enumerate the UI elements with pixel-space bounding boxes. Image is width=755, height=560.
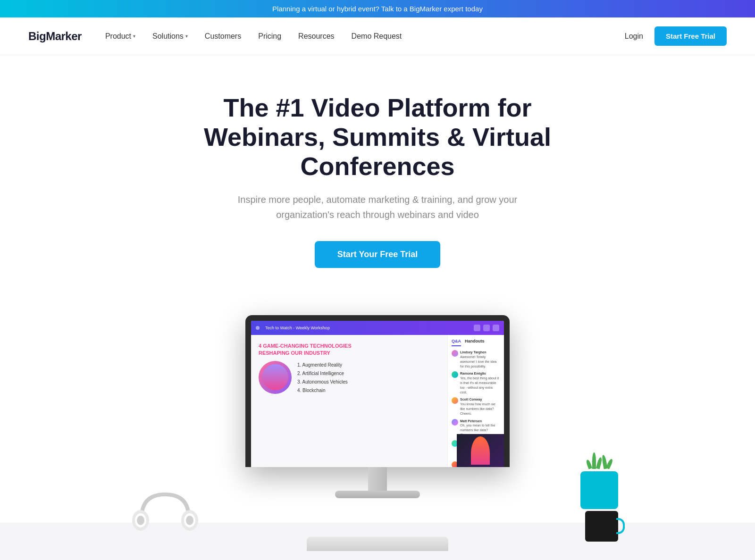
chat-name-2: Ramona Emiglio <box>460 371 500 376</box>
webinar-title: 4 GAME-CHANGING TECHNOLOGIESRESHAPING OU… <box>259 343 440 356</box>
monitor-mockup: Tech to Watch - Weekly Workshop 4 GAME-C… <box>146 315 609 498</box>
list-item-2: 2. Artificial Intelligence <box>297 369 348 378</box>
screen-icons <box>474 325 499 331</box>
logo[interactable]: BigMarker <box>28 30 82 43</box>
nav-item-product[interactable]: Product ▾ <box>105 32 135 41</box>
nav-item-resources[interactable]: Resources <box>298 32 334 41</box>
chat-message-1: Lindsey Targhen Awesome! Totally awesome… <box>452 350 500 368</box>
coffee-mug <box>585 511 618 542</box>
monitor-screen: Tech to Watch - Weekly Workshop 4 GAME-C… <box>251 321 504 467</box>
chat-message-2: Ramona Emiglio Yes, the best thing about… <box>452 371 500 394</box>
banner-text: Planning a virtual or hybrid event? Talk… <box>272 5 483 13</box>
nav-items: Product ▾ Solutions ▾ Customers Pricing … <box>105 32 625 41</box>
monitor-stand-neck <box>368 467 387 491</box>
start-free-trial-button[interactable]: Start Free Trial <box>654 26 727 46</box>
chat-avatar <box>452 371 458 378</box>
chat-name-4: Matt Petersen <box>460 419 500 424</box>
chat-name-3: Scott Conway <box>460 397 500 402</box>
nav-item-pricing[interactable]: Pricing <box>258 32 281 41</box>
monitor: Tech to Watch - Weekly Workshop 4 GAME-C… <box>245 315 510 498</box>
monitor-screen-outer: Tech to Watch - Weekly Workshop 4 GAME-C… <box>245 315 510 467</box>
screen-dot <box>256 326 260 330</box>
hero-image-area: Tech to Watch - Weekly Workshop 4 GAME-C… <box>118 315 637 542</box>
monitor-stand-base <box>335 491 420 498</box>
screen-list-container: 1. Augmented Reality 2. Artificial Intel… <box>259 361 440 395</box>
chevron-down-icon: ▾ <box>185 33 188 39</box>
chat-text-3: You know how much we like numbers like d… <box>460 402 500 416</box>
hero-subtitle: Inspire more people, automate marketing … <box>226 192 528 222</box>
chat-avatar <box>452 419 458 426</box>
screen-topbar: Tech to Watch - Weekly Workshop <box>251 321 504 335</box>
chevron-down-icon: ▾ <box>133 33 135 39</box>
navigation: BigMarker Product ▾ Solutions ▾ Customer… <box>0 17 755 55</box>
hero-cta-button[interactable]: Start Your Free Trial <box>315 241 440 268</box>
tab-qa[interactable]: Q&A <box>452 339 461 346</box>
mic-icon <box>474 325 480 331</box>
nav-item-solutions[interactable]: Solutions ▾ <box>152 32 188 41</box>
keyboard-decoration <box>307 537 448 551</box>
tab-handouts[interactable]: Handouts <box>465 339 485 346</box>
top-banner[interactable]: Planning a virtual or hybrid event? Talk… <box>0 0 755 17</box>
nav-item-customers[interactable]: Customers <box>205 32 241 41</box>
presenter-avatar <box>259 361 292 394</box>
sidebar-tabs: Q&A Handouts <box>452 339 500 346</box>
list-item-1: 1. Augmented Reality <box>297 361 348 369</box>
screen-title: Tech to Watch - Weekly Workshop <box>265 326 330 330</box>
speaker-silhouette <box>471 436 490 465</box>
hero-title: The #1 Video Platform for Webinars, Summ… <box>165 93 590 181</box>
more-icon <box>493 325 499 331</box>
screen-main: 4 GAME-CHANGING TECHNOLOGIESRESHAPING OU… <box>251 335 447 467</box>
chat-avatar <box>452 397 458 404</box>
nav-item-demo[interactable]: Demo Request <box>352 32 402 41</box>
svg-point-5 <box>186 516 193 525</box>
login-link[interactable]: Login <box>625 32 643 41</box>
svg-point-2 <box>137 516 144 525</box>
speaker-image <box>457 434 504 467</box>
chat-message-3: Scott Conway You know how much we like n… <box>452 397 500 416</box>
avatar-inner <box>262 364 288 390</box>
tech-list: 1. Augmented Reality 2. Artificial Intel… <box>297 361 348 395</box>
chat-text-1: Awesome! Totally awesome! I love the ide… <box>460 355 500 368</box>
list-item-3: 3. Autonomous Vehicles <box>297 378 348 386</box>
chat-avatar <box>452 350 458 357</box>
screen-content: 4 GAME-CHANGING TECHNOLOGIESRESHAPING OU… <box>251 335 504 467</box>
video-icon <box>483 325 490 331</box>
chat-name-1: Lindsey Targhen <box>460 350 500 355</box>
hero-section: The #1 Video Platform for Webinars, Summ… <box>0 55 755 287</box>
chat-text-2: Yes, the best thing about it is that it'… <box>460 376 500 394</box>
nav-right: Login Start Free Trial <box>625 26 727 46</box>
list-item-4: 4. Blockchain <box>297 386 348 395</box>
